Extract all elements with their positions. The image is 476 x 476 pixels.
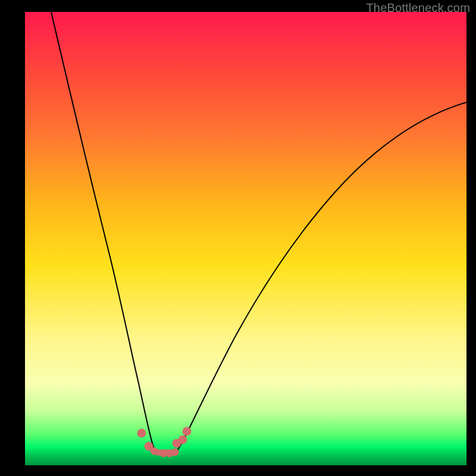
svg-point-5: [171, 449, 178, 456]
plot-area: [25, 12, 466, 465]
chart-svg: [25, 12, 466, 465]
marker-cluster: [137, 427, 191, 457]
svg-point-7: [178, 436, 187, 444]
curve-left-branch: [51, 12, 157, 453]
svg-point-0: [137, 429, 146, 437]
watermark-text: TheBottleneck.com: [366, 1, 470, 15]
curve-right-branch: [175, 102, 466, 453]
chart-frame: TheBottleneck.com: [0, 0, 476, 476]
svg-point-8: [183, 427, 191, 436]
